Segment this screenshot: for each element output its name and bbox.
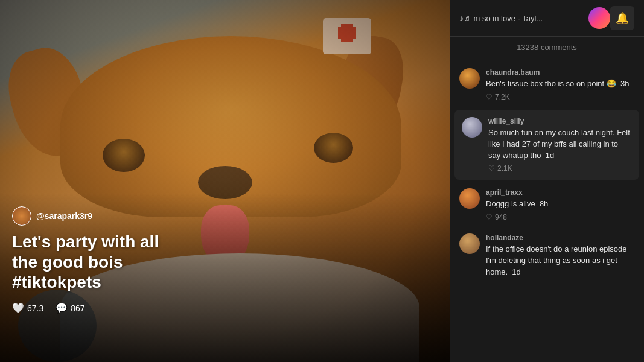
profile-avatar[interactable]	[588, 7, 610, 29]
likes-count: 67.3	[27, 303, 43, 313]
comment-item: april_traxx Doggg is alive 8h ♡ 948	[450, 182, 644, 227]
comment-text: Ben's tissue box tho is so on point 😂 3h	[486, 78, 634, 90]
comment-text: If the office doesn't do a reunion episo…	[486, 244, 634, 278]
comment-avatar	[462, 117, 482, 138]
heart-icon: ♡	[486, 93, 493, 101]
comments-count-header: 13238 comments	[450, 37, 644, 57]
comment-item: hollandaze If the office doesn't do a re…	[450, 227, 644, 287]
bell-button[interactable]: 🔔	[610, 6, 634, 30]
comment-likes: ♡ 7.2K	[486, 93, 634, 101]
comment-likes: ♡ 2.1K	[488, 164, 632, 173]
comment-username: april_traxx	[486, 188, 634, 197]
user-row: @sarapark3r9	[12, 206, 438, 226]
comments-count: 867	[71, 303, 84, 313]
comments-panel: ♪♬ m so in love - Tayl... 🔔 13238 commen…	[450, 0, 644, 362]
likes-stat: 🤍 67.3	[12, 302, 43, 314]
likes-count: 948	[495, 213, 507, 221]
music-note-icon: ♪♬	[459, 13, 470, 23]
comment-username: willie_silly	[488, 117, 632, 125]
username[interactable]: @sarapark3r9	[36, 211, 92, 221]
comment-item-highlighted: willie_silly So much fun on my couch las…	[454, 110, 639, 180]
video-caption: Let's party with allthe good bois#tiktok…	[12, 232, 438, 293]
comment-username: chaundra.baum	[486, 68, 634, 77]
video-stats: 🤍 67.3 💬 867	[12, 302, 438, 314]
comment-text: Doggg is alive 8h	[486, 198, 634, 210]
comment-username: hollandaze	[486, 233, 634, 242]
comments-total: 13238 comments	[517, 43, 577, 52]
song-text: m so in love - Tayl...	[474, 14, 543, 23]
video-panel: @sarapark3r9 Let's party with allthe goo…	[0, 0, 450, 362]
song-info: ♪♬ m so in love - Tayl...	[459, 13, 588, 23]
comment-text: So much fun on my couch last night. Felt…	[488, 127, 632, 162]
heart-icon: ♡	[488, 164, 495, 173]
top-bar: ♪♬ m so in love - Tayl... 🔔	[450, 0, 644, 37]
comment-body: chaundra.baum Ben's tissue box tho is so…	[486, 68, 634, 101]
likes-count: 7.2K	[495, 93, 510, 101]
bell-icon: 🔔	[616, 11, 629, 25]
comment-body: april_traxx Doggg is alive 8h ♡ 948	[486, 188, 634, 221]
comment-avatar	[459, 188, 480, 209]
video-user-info: @sarapark3r9 Let's party with allthe goo…	[12, 206, 438, 314]
comment-avatar	[459, 68, 480, 89]
heart-icon: ♡	[486, 213, 493, 221]
avatar-inner	[13, 208, 30, 224]
comments-list[interactable]: chaundra.baum Ben's tissue box tho is so…	[450, 57, 644, 362]
comment-item: chaundra.baum Ben's tissue box tho is so…	[450, 62, 644, 107]
comment-likes: ♡ 948	[486, 213, 634, 221]
comment-icon: 💬	[56, 302, 68, 314]
comment-body: hollandaze If the office doesn't do a re…	[486, 233, 634, 281]
heart-icon: 🤍	[12, 302, 24, 314]
comment-body: willie_silly So much fun on my couch las…	[488, 117, 632, 173]
likes-count: 2.1K	[497, 164, 512, 173]
comments-stat: 💬 867	[56, 302, 84, 314]
comment-avatar	[459, 233, 480, 254]
avatar	[12, 206, 31, 226]
